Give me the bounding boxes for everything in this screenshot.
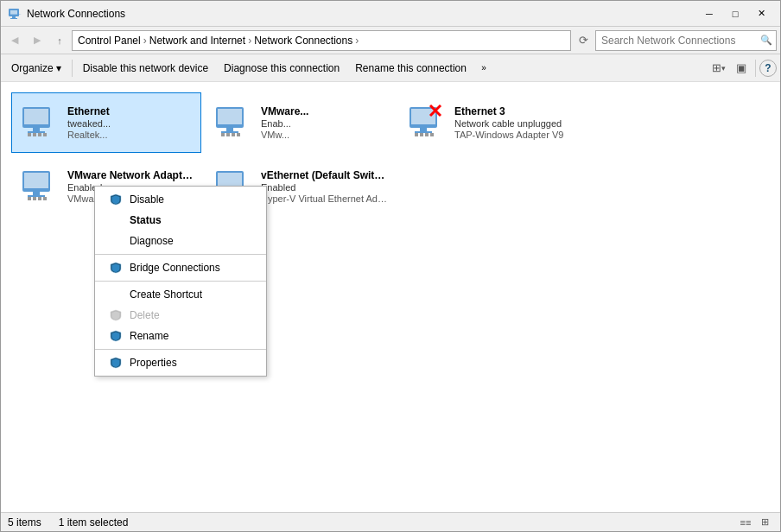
toolbar-right: ⊞▾ ▣ ?: [708, 58, 777, 79]
svg-rect-17: [226, 133, 230, 136]
search-icon: 🔍: [760, 35, 772, 46]
forward-button[interactable]: ▶: [27, 30, 48, 51]
help-button[interactable]: ?: [759, 60, 777, 77]
context-menu: Disable Status Diagnose Bridge Connecti: [94, 186, 267, 377]
svg-rect-14: [226, 128, 233, 131]
title-bar-controls: ─ □ ✕: [697, 5, 773, 22]
svg-rect-10: [38, 133, 41, 136]
breadcrumb-network[interactable]: Network and Internet: [149, 35, 245, 47]
shield-icon-properties: [109, 356, 123, 370]
view-options-button[interactable]: ⊞▾: [708, 58, 729, 79]
vmware-name: VMware...: [261, 105, 308, 117]
vmnet8-icon: [19, 166, 60, 207]
pane-button[interactable]: ▣: [731, 58, 752, 79]
ctx-diagnose[interactable]: Diagnose: [95, 231, 266, 251]
breadcrumb-controlpanel[interactable]: Control Panel: [78, 35, 141, 47]
search-input[interactable]: [595, 30, 777, 51]
svg-rect-36: [38, 197, 41, 200]
svg-rect-16: [221, 133, 225, 136]
svg-rect-34: [28, 197, 31, 200]
svg-rect-11: [43, 133, 47, 136]
status-bar: 5 items 1 item selected ≡≡ ⊞: [1, 512, 780, 531]
detail-view-button[interactable]: ⊞: [756, 515, 773, 530]
svg-rect-7: [28, 131, 45, 133]
ctx-shortcut[interactable]: Create Shortcut: [95, 284, 266, 305]
ethernet3-icon: [406, 102, 448, 143]
status-right: ≡≡ ⊞: [737, 515, 773, 530]
svg-rect-27: [430, 133, 434, 136]
svg-rect-33: [28, 195, 45, 197]
list-view-button[interactable]: ≡≡: [737, 515, 754, 530]
ctx-disable[interactable]: Disable: [95, 189, 266, 210]
svg-rect-18: [232, 133, 235, 136]
ctx-rename-label: Rename: [130, 330, 168, 342]
ethernet3-status: Network cable unplugged: [454, 118, 563, 129]
ctx-disable-label: Disable: [130, 193, 164, 206]
ethernet3-info: Ethernet 3 Network cable unplugged TAP-W…: [454, 105, 563, 140]
svg-rect-3: [10, 18, 17, 19]
svg-rect-25: [420, 133, 423, 136]
minimize-button[interactable]: ─: [697, 5, 721, 22]
ethernet-adapter: Realtek...: [67, 130, 111, 140]
svg-rect-37: [43, 197, 47, 200]
ctx-properties[interactable]: Properties: [95, 352, 266, 373]
svg-rect-9: [33, 133, 36, 136]
ctx-diagnose-label: Diagnose: [130, 235, 174, 247]
search-wrapper: 🔍: [595, 30, 777, 51]
ethernet3-name: Ethernet 3: [454, 105, 563, 117]
shield-icon-disable: [109, 193, 123, 206]
items-count: 5 items: [8, 516, 41, 529]
svg-rect-35: [33, 197, 36, 200]
ctx-properties-label: Properties: [130, 357, 177, 369]
list-item[interactable]: Ethernet 3 Network cable unplugged TAP-W…: [398, 92, 588, 153]
svg-rect-13: [218, 109, 242, 124]
svg-rect-6: [33, 128, 40, 131]
vmware-info: VMware... Enab... VMw...: [261, 105, 308, 140]
toolbar: Organize ▾ Disable this network device D…: [1, 54, 780, 82]
svg-rect-24: [415, 133, 418, 136]
diagnose-button[interactable]: Diagnose this connection: [217, 58, 346, 79]
list-item[interactable]: Ethernet tweaked... Realtek...: [11, 92, 201, 153]
ctx-rename[interactable]: Rename: [95, 326, 266, 346]
svg-rect-5: [24, 109, 48, 124]
content-area: Ethernet tweaked... Realtek...: [1, 82, 780, 512]
svg-rect-8: [28, 133, 31, 136]
ctx-sep-1: [95, 254, 266, 255]
vmware-status: Enab...: [261, 118, 308, 129]
ctx-status-label: Status: [130, 214, 162, 226]
ctx-diagnose-spacer: [109, 234, 123, 248]
list-item[interactable]: VMware... Enab... VMw...: [205, 92, 395, 153]
ethernet-status: tweaked...: [67, 118, 111, 129]
selected-count: 1 item selected: [59, 516, 129, 529]
breadcrumb-connections[interactable]: Network Connections: [254, 35, 352, 47]
organize-button[interactable]: Organize ▾: [4, 58, 68, 79]
more-button[interactable]: »: [475, 58, 492, 79]
rename-button[interactable]: Rename this connection: [348, 58, 473, 79]
ctx-status-spacer: [109, 213, 123, 227]
ctx-status[interactable]: Status: [95, 210, 266, 231]
ctx-bridge-label: Bridge Connections: [130, 262, 220, 274]
window-title: Network Connections: [27, 8, 697, 20]
svg-rect-15: [221, 131, 238, 133]
organize-label: Organize: [11, 62, 54, 74]
shield-icon-bridge: [109, 261, 123, 275]
ctx-shortcut-spacer: [109, 288, 123, 301]
ctx-delete[interactable]: Delete: [95, 305, 266, 326]
address-bar: ◀ ▶ ↑ Control Panel › Network and Intern…: [1, 27, 780, 54]
close-button[interactable]: ✕: [749, 5, 773, 22]
vethernet-info: vEthernet (Default Switch) Enabled Hyper…: [261, 169, 387, 204]
ctx-sep-3: [95, 349, 266, 350]
svg-rect-22: [420, 128, 427, 131]
disable-button[interactable]: Disable this network device: [76, 58, 215, 79]
ethernet3-adapter: TAP-Windows Adapter V9: [454, 130, 563, 140]
ctx-shortcut-label: Create Shortcut: [130, 288, 202, 301]
up-button[interactable]: ↑: [49, 30, 70, 51]
toolbar-separator-1: [72, 60, 73, 77]
title-bar: Network Connections ─ □ ✕: [1, 1, 780, 27]
maximize-button[interactable]: □: [723, 5, 747, 22]
vmnet8-name: VMware Network Adapter VMnet8: [67, 169, 194, 181]
ctx-bridge[interactable]: Bridge Connections: [95, 257, 266, 278]
refresh-button[interactable]: ⟳: [573, 30, 594, 51]
back-button[interactable]: ◀: [4, 30, 25, 51]
svg-rect-32: [33, 192, 40, 195]
